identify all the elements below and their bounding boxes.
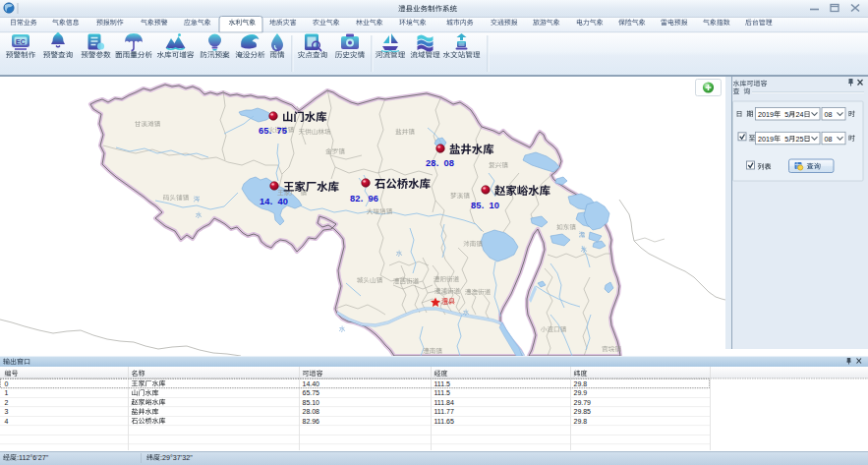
svg-text:2: 2 — [5, 399, 9, 406]
svg-text:82.96: 82.96 — [303, 418, 320, 425]
svg-text:65.: 65. — [259, 126, 272, 136]
svg-text::29°37'32": :29°37'32" — [160, 453, 193, 462]
svg-text:14.40: 14.40 — [303, 380, 320, 387]
svg-text:25: 25 — [795, 135, 803, 144]
svg-text:10: 10 — [489, 201, 499, 210]
svg-text:0: 0 — [5, 380, 9, 387]
svg-text:111.5: 111.5 — [434, 380, 451, 387]
svg-text:2019: 2019 — [758, 135, 774, 144]
svg-text:111.84: 111.84 — [434, 399, 454, 406]
svg-text:28.08: 28.08 — [303, 408, 320, 415]
svg-text:5: 5 — [784, 110, 788, 119]
svg-text:EC: EC — [16, 38, 26, 45]
svg-text:1: 1 — [5, 389, 9, 396]
svg-text:29.8: 29.8 — [574, 380, 588, 387]
svg-text:08: 08 — [825, 110, 833, 119]
svg-text:96: 96 — [368, 194, 378, 203]
svg-text:82.: 82. — [350, 194, 364, 203]
svg-text:29.85: 29.85 — [574, 408, 592, 415]
svg-text:14.: 14. — [260, 197, 273, 206]
svg-text:4: 4 — [5, 418, 9, 425]
svg-text:111.5: 111.5 — [434, 389, 451, 396]
svg-text:111.77: 111.77 — [434, 408, 454, 415]
svg-text:28.: 28. — [426, 158, 439, 168]
svg-text:85.: 85. — [471, 201, 485, 210]
svg-text:29.9: 29.9 — [574, 389, 588, 396]
svg-text:29.79: 29.79 — [574, 399, 592, 406]
svg-text:111.65: 111.65 — [434, 418, 454, 425]
svg-text:3: 3 — [5, 408, 9, 415]
svg-text::112°6'27": :112°6'27" — [17, 453, 49, 462]
svg-text:29.8: 29.8 — [574, 418, 588, 425]
svg-text:08: 08 — [443, 158, 454, 168]
svg-text:24: 24 — [795, 110, 803, 119]
svg-text:65.75: 65.75 — [303, 389, 320, 396]
svg-text:40: 40 — [277, 197, 288, 206]
svg-text:08: 08 — [825, 135, 833, 144]
svg-text:5: 5 — [784, 135, 788, 144]
svg-text:75: 75 — [276, 126, 287, 136]
svg-text:2019: 2019 — [758, 110, 774, 119]
svg-text:85.10: 85.10 — [303, 399, 320, 406]
